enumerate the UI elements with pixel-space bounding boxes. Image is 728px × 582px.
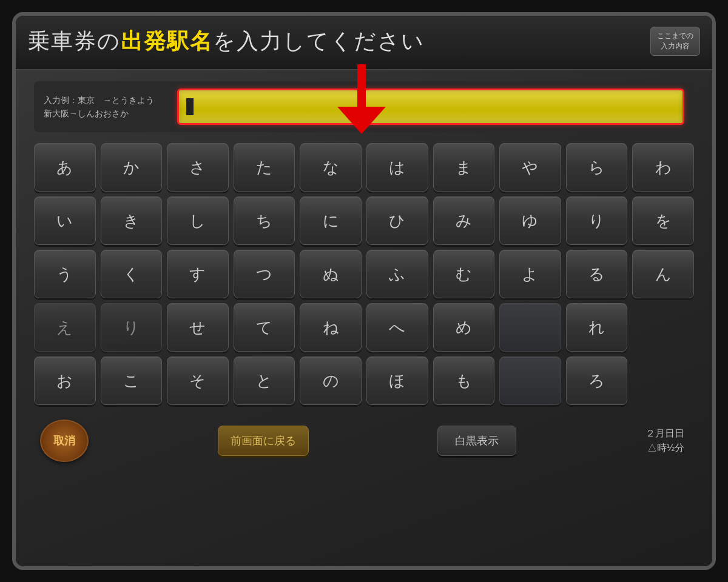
key-ne[interactable]: ね — [300, 303, 362, 352]
key-ho[interactable]: ほ — [366, 356, 428, 405]
key-empty-r5c8 — [499, 356, 561, 405]
key-su[interactable]: す — [167, 250, 229, 298]
main-content: 入力例：東京 →とうきよう 新大阪→しんおおさか あ か さ た な は ま や… — [16, 70, 712, 473]
key-ni[interactable]: に — [300, 196, 362, 245]
key-to[interactable]: と — [234, 356, 295, 405]
title-prefix: 乗車券の — [28, 28, 121, 53]
key-yo[interactable]: よ — [499, 250, 561, 298]
key-ri2[interactable]: り — [101, 303, 163, 352]
key-a[interactable]: あ — [34, 143, 96, 192]
key-ku[interactable]: く — [101, 250, 163, 298]
key-fu[interactable]: ふ — [366, 250, 428, 298]
key-ma[interactable]: ま — [433, 143, 495, 192]
hint-line2: 新大阪→しんおおさか — [44, 109, 129, 118]
key-nu[interactable]: ぬ — [300, 250, 362, 298]
key-re[interactable]: れ — [566, 303, 628, 352]
hint-line1: 入力例：東京 →とうきよう — [44, 95, 154, 105]
key-blank-r5c10 — [632, 356, 694, 405]
key-shi[interactable]: し — [167, 196, 229, 245]
input-field-wrapper — [177, 89, 684, 125]
key-ru[interactable]: る — [566, 250, 628, 298]
bottom-bar: 取消 前画面に戻る 白黒表示 ２月日日 △時½分 — [34, 415, 694, 467]
key-n[interactable]: ん — [632, 250, 694, 298]
key-ki[interactable]: き — [101, 196, 163, 245]
key-chi[interactable]: ち — [234, 196, 295, 245]
date-display: ２月日日 — [645, 426, 684, 441]
key-me[interactable]: め — [433, 303, 495, 352]
cancel-button[interactable]: 取消 — [40, 420, 89, 462]
key-blank-r4c10 — [632, 303, 694, 352]
key-na[interactable]: な — [300, 143, 362, 192]
key-ra[interactable]: ら — [566, 143, 628, 192]
key-mu[interactable]: む — [433, 250, 495, 298]
key-mi[interactable]: み — [433, 196, 495, 245]
input-hint: 入力例：東京 →とうきよう 新大阪→しんおおさか — [44, 93, 165, 121]
key-so[interactable]: そ — [167, 356, 229, 405]
datetime-display: ２月日日 △時½分 — [645, 426, 684, 455]
key-ka[interactable]: か — [101, 143, 163, 192]
key-te[interactable]: て — [234, 303, 295, 352]
key-he[interactable]: へ — [366, 303, 428, 352]
key-ta[interactable]: た — [234, 143, 295, 192]
key-i[interactable]: い — [34, 196, 96, 245]
key-u[interactable]: う — [34, 250, 96, 298]
key-ro[interactable]: ろ — [566, 356, 628, 405]
key-mo[interactable]: も — [433, 356, 495, 405]
key-e[interactable]: え — [34, 303, 96, 352]
key-hi[interactable]: ひ — [366, 196, 428, 245]
key-ya[interactable]: や — [499, 143, 561, 192]
key-sa[interactable]: さ — [167, 143, 229, 192]
main-screen: 乗車券の出発駅名を入力してください ここまでの入力内容 入力例：東京 →とうきよ… — [12, 12, 716, 570]
title-suffix: を入力してください — [213, 28, 425, 53]
time-display: △時½分 — [645, 441, 684, 455]
input-row: 入力例：東京 →とうきよう 新大阪→しんおおさか — [34, 81, 694, 132]
back-button[interactable]: 前画面に戻る — [218, 426, 309, 456]
key-wa[interactable]: わ — [632, 143, 694, 192]
key-o[interactable]: お — [34, 356, 96, 405]
title-bold: 出発駅名 — [121, 28, 213, 53]
key-ko[interactable]: こ — [101, 356, 163, 405]
input-summary-button[interactable]: ここまでの入力内容 — [650, 27, 700, 56]
key-tsu[interactable]: つ — [234, 250, 295, 298]
station-input-field[interactable] — [177, 89, 684, 125]
key-yu[interactable]: ゆ — [499, 196, 561, 245]
key-ri[interactable]: り — [566, 196, 628, 245]
hiragana-keyboard: あ か さ た な は ま や ら わ い き し ち に ひ み ゆ り を … — [34, 143, 694, 405]
key-empty-r4c8 — [499, 303, 561, 352]
key-no[interactable]: の — [300, 356, 362, 405]
text-cursor — [186, 98, 194, 115]
key-ha[interactable]: は — [366, 143, 428, 192]
key-wo[interactable]: を — [632, 196, 694, 245]
page-title: 乗車券の出発駅名を入力してください — [28, 27, 425, 56]
header: 乗車券の出発駅名を入力してください ここまでの入力内容 — [16, 16, 712, 70]
key-se[interactable]: せ — [167, 303, 229, 352]
monochrome-button[interactable]: 白黒表示 — [437, 426, 516, 456]
